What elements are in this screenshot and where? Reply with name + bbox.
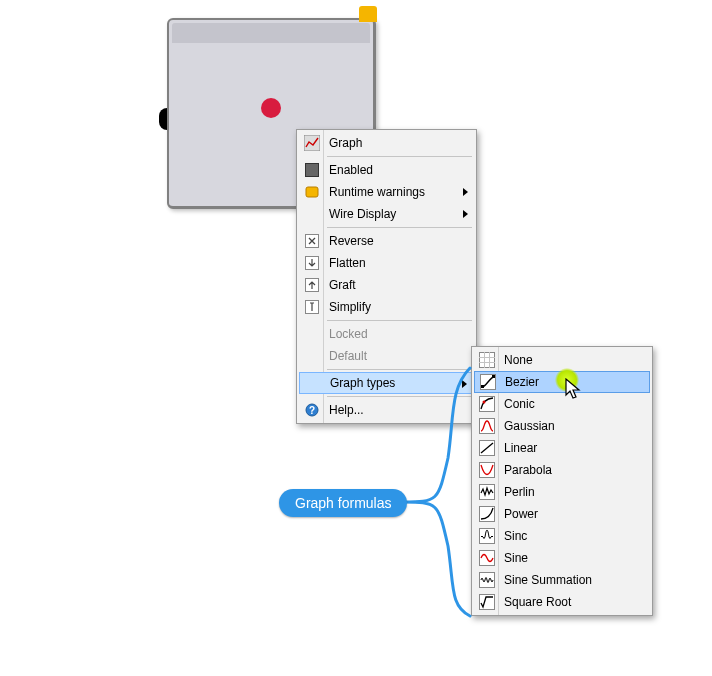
submenu-item-none[interactable]: None bbox=[474, 349, 650, 371]
panel-header bbox=[172, 23, 370, 43]
sine-icon bbox=[474, 547, 500, 569]
panel-warning-tag bbox=[359, 6, 377, 22]
blank-icon bbox=[300, 372, 326, 394]
submenu-item-label: Sine bbox=[500, 551, 632, 565]
linear-icon bbox=[474, 437, 500, 459]
callout-label: Graph formulas bbox=[295, 495, 391, 511]
menu-separator bbox=[327, 396, 472, 397]
menu-item-label: Runtime warnings bbox=[325, 185, 456, 199]
menu-separator bbox=[327, 156, 472, 157]
simplify-icon bbox=[299, 296, 325, 318]
menu-header: Graph bbox=[299, 132, 474, 154]
submenu-arrow-icon bbox=[462, 380, 467, 388]
submenu-item-label: Power bbox=[500, 507, 632, 521]
menu-item-runtime-warnings[interactable]: Runtime warnings bbox=[299, 181, 474, 203]
panel-control-point[interactable] bbox=[261, 98, 281, 118]
gaussian-icon bbox=[474, 415, 500, 437]
menu-separator bbox=[327, 320, 472, 321]
blank-icon bbox=[299, 345, 325, 367]
submenu-item-linear[interactable]: Linear bbox=[474, 437, 650, 459]
svg-rect-2 bbox=[306, 187, 318, 197]
blank-icon bbox=[299, 323, 325, 345]
submenu-item-sine[interactable]: Sine bbox=[474, 547, 650, 569]
sinc-icon bbox=[474, 525, 500, 547]
sinesum-icon bbox=[474, 569, 500, 591]
menu-item-help[interactable]: ? Help... bbox=[299, 399, 474, 421]
graph-icon bbox=[299, 132, 325, 154]
conic-icon bbox=[474, 393, 500, 415]
callout-bubble: Graph formulas bbox=[279, 489, 407, 517]
svg-rect-12 bbox=[492, 375, 495, 378]
warning-icon bbox=[299, 181, 325, 203]
submenu-arrow-icon bbox=[463, 210, 468, 218]
menu-item-flatten[interactable]: Flatten bbox=[299, 252, 474, 274]
submenu-item-label: None bbox=[500, 353, 632, 367]
submenu-item-label: Square Root bbox=[500, 595, 632, 609]
submenu-item-label: Sine Summation bbox=[500, 573, 632, 587]
menu-item-label: Simplify bbox=[325, 300, 456, 314]
menu-item-reverse[interactable]: Reverse bbox=[299, 230, 474, 252]
enabled-icon bbox=[299, 159, 325, 181]
menu-separator bbox=[327, 369, 472, 370]
menu-item-simplify[interactable]: Simplify bbox=[299, 296, 474, 318]
help-icon: ? bbox=[299, 399, 325, 421]
menu-item-graft[interactable]: Graft bbox=[299, 274, 474, 296]
submenu-item-label: Gaussian bbox=[500, 419, 632, 433]
none-icon bbox=[474, 349, 500, 371]
menu-separator bbox=[327, 227, 472, 228]
graft-icon bbox=[299, 274, 325, 296]
svg-rect-9 bbox=[480, 353, 495, 368]
menu-item-label: Enabled bbox=[325, 163, 456, 177]
menu-item-label: Locked bbox=[325, 327, 456, 341]
flatten-icon bbox=[299, 252, 325, 274]
parabola-icon bbox=[474, 459, 500, 481]
blank-icon bbox=[299, 203, 325, 225]
menu-item-label: Graft bbox=[325, 278, 456, 292]
sqrt-icon bbox=[474, 591, 500, 613]
graph-types-submenu: None Bezier Conic Gaussian Linear Parabo… bbox=[471, 346, 653, 616]
submenu-item-gaussian[interactable]: Gaussian bbox=[474, 415, 650, 437]
svg-rect-11 bbox=[481, 385, 484, 388]
menu-item-label: Default bbox=[325, 349, 456, 363]
submenu-item-parabola[interactable]: Parabola bbox=[474, 459, 650, 481]
menu-item-label: Flatten bbox=[325, 256, 456, 270]
perlin-icon bbox=[474, 481, 500, 503]
menu-item-label: Help... bbox=[325, 403, 456, 417]
submenu-item-label: Perlin bbox=[500, 485, 632, 499]
submenu-item-conic[interactable]: Conic bbox=[474, 393, 650, 415]
submenu-item-label: Bezier bbox=[501, 375, 631, 389]
panel-input-port[interactable] bbox=[159, 108, 167, 130]
svg-rect-13 bbox=[480, 397, 495, 412]
submenu-arrow-icon bbox=[463, 188, 468, 196]
submenu-item-sine-summation[interactable]: Sine Summation bbox=[474, 569, 650, 591]
svg-rect-0 bbox=[304, 135, 320, 151]
svg-text:?: ? bbox=[309, 405, 315, 416]
svg-point-14 bbox=[483, 401, 486, 404]
menu-item-locked: Locked bbox=[299, 323, 474, 345]
svg-rect-17 bbox=[480, 463, 495, 478]
power-icon bbox=[474, 503, 500, 525]
submenu-item-label: Parabola bbox=[500, 463, 632, 477]
menu-item-graph-types[interactable]: Graph types bbox=[299, 372, 474, 394]
submenu-item-bezier[interactable]: Bezier bbox=[474, 371, 650, 393]
menu-item-wire-display[interactable]: Wire Display bbox=[299, 203, 474, 225]
submenu-item-sinc[interactable]: Sinc bbox=[474, 525, 650, 547]
submenu-item-label: Linear bbox=[500, 441, 632, 455]
submenu-item-power[interactable]: Power bbox=[474, 503, 650, 525]
submenu-item-square-root[interactable]: Square Root bbox=[474, 591, 650, 613]
menu-item-default: Default bbox=[299, 345, 474, 367]
menu-item-label: Wire Display bbox=[325, 207, 456, 221]
svg-rect-1 bbox=[306, 164, 319, 177]
menu-item-label: Graph types bbox=[326, 376, 455, 390]
context-menu: Graph Enabled Runtime warnings Wire Disp… bbox=[296, 129, 477, 424]
submenu-item-label: Sinc bbox=[500, 529, 632, 543]
submenu-item-perlin[interactable]: Perlin bbox=[474, 481, 650, 503]
menu-item-enabled[interactable]: Enabled bbox=[299, 159, 474, 181]
submenu-item-label: Conic bbox=[500, 397, 632, 411]
menu-header-label: Graph bbox=[325, 136, 456, 150]
menu-item-label: Reverse bbox=[325, 234, 456, 248]
bezier-icon bbox=[475, 371, 501, 393]
reverse-icon bbox=[299, 230, 325, 252]
